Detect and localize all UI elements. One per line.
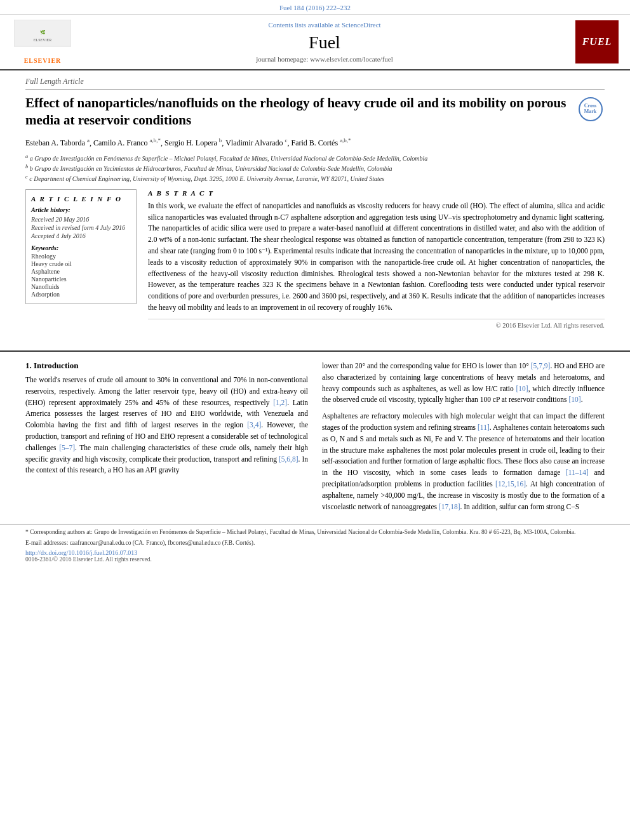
article-info-abstract: A R T I C L E I N F O Article history: R… — [25, 189, 605, 329]
article-content: Full Length Article Effect of nanopartic… — [0, 70, 630, 342]
keyword-1: Rheology — [31, 253, 131, 260]
keywords-title: Keywords: — [31, 244, 131, 251]
ref-5-6-8[interactable]: [5,6,8] — [279, 455, 298, 463]
footer: * Corresponding authors at: Grupo de Inv… — [0, 524, 630, 566]
elsevier-logo-section: 🌿 ELSEVIER ELSEVIER — [8, 20, 77, 64]
abstract-section: A B S T R A C T In this work, we evaluat… — [148, 189, 605, 329]
received-revised-date: Received in revised form 4 July 2016 — [31, 224, 131, 231]
intro-paragraph-1: The world's reserves of crude oil amount… — [25, 375, 308, 476]
introduction-title: 1. Introduction — [25, 361, 308, 371]
affiliations: a a Grupo de Investigación en Fenómenos … — [25, 153, 605, 184]
section-divider — [0, 350, 630, 352]
body-left-column: 1. Introduction The world's reserves of … — [25, 361, 308, 518]
svg-text:ELSEVIER: ELSEVIER — [34, 38, 51, 42]
ref-17-18[interactable]: [17,18] — [439, 503, 460, 510]
keyword-5: Nanofluids — [31, 283, 131, 290]
corresponding-author-note: * Corresponding authors at: Grupo de Inv… — [25, 528, 605, 537]
body-right-column: lower than 20° and the corresponding val… — [322, 361, 605, 518]
citation-bar: Fuel 184 (2016) 222–232 — [0, 0, 630, 15]
email-note: E-mail addresses: caafrancoar@unal.edu.c… — [25, 539, 605, 547]
issn-text: 0016-2361/© 2016 Elsevier Ltd. All right… — [25, 556, 605, 563]
sciencedirect-link-text[interactable]: ScienceDirect — [342, 21, 381, 29]
intro-paragraph-2: lower than 20° and the corresponding val… — [322, 361, 605, 406]
journal-homepage: journal homepage: www.elsevier.com/locat… — [256, 55, 393, 63]
fuel-logo-section: FUEL — [572, 20, 622, 64]
svg-text:🌿: 🌿 — [40, 29, 46, 35]
article-info-title: A R T I C L E I N F O — [31, 195, 131, 203]
elsevier-logo-image: 🌿 ELSEVIER — [14, 20, 71, 55]
ref-1-2[interactable]: [1,2] — [273, 399, 287, 406]
sciencedirect-label: Contents lists available at ScienceDirec… — [268, 21, 380, 29]
intro-paragraph-3: Asphaltenes are refractory molecules wit… — [322, 411, 605, 512]
ref-5-7-9[interactable]: [5,7,9] — [531, 362, 551, 370]
journal-title: Fuel — [309, 32, 340, 53]
journal-header: 🌿 ELSEVIER ELSEVIER Contents lists avail… — [0, 15, 630, 70]
ref-11a[interactable]: [11] — [478, 423, 490, 431]
article-title: Effect of nanoparticles/nanofluids on th… — [25, 95, 570, 130]
received-date: Received 20 May 2016 — [31, 216, 131, 223]
keyword-2: Heavy crude oil — [31, 260, 131, 267]
affiliation-c: c c Department of Chemical Engineering, … — [25, 173, 605, 183]
elsevier-text: ELSEVIER — [24, 57, 62, 64]
affiliation-b: b b Grupo de Investigación en Yacimiento… — [25, 163, 605, 173]
abstract-title: A B S T R A C T — [148, 189, 605, 197]
ref-10b[interactable]: [10] — [568, 396, 580, 403]
keyword-4: Nanoparticles — [31, 276, 131, 283]
affiliation-a: a a Grupo de Investigación en Fenómenos … — [25, 153, 605, 163]
fuel-logo: FUEL — [575, 20, 619, 63]
history-label: Article history: — [31, 206, 131, 213]
ref-11-14[interactable]: [11–14] — [566, 469, 589, 476]
keyword-3: Asphaltene — [31, 268, 131, 275]
ref-10a[interactable]: [10] — [516, 385, 528, 392]
citation-text: Fuel 184 (2016) 222–232 — [279, 4, 351, 11]
journal-center: Contents lists available at ScienceDirec… — [84, 20, 565, 64]
article-info: A R T I C L E I N F O Article history: R… — [25, 189, 137, 329]
page: Fuel 184 (2016) 222–232 🌿 ELSEVIER ELSEV… — [0, 0, 630, 840]
accepted-date: Accepted 4 July 2016 — [31, 232, 131, 239]
abstract-text: In this work, we evaluate the effect of … — [148, 201, 605, 314]
crossmark-badge[interactable]: CrossMark — [576, 95, 605, 121]
title-section: Effect of nanoparticles/nanofluids on th… — [25, 95, 605, 130]
ref-12-15-16[interactable]: [12,15,16] — [495, 480, 526, 488]
authors-line: Esteban A. Taborda a, Camilo A. Franco a… — [25, 136, 605, 149]
doi-link[interactable]: http://dx.doi.org/10.1016/j.fuel.2016.07… — [25, 549, 605, 556]
keyword-6: Adsorption — [31, 291, 131, 298]
ref-5-7[interactable]: [5–7] — [59, 444, 75, 451]
body-content: 1. Introduction The world's reserves of … — [0, 361, 630, 518]
copyright-notice: © 2016 Elsevier Ltd. All rights reserved… — [148, 319, 605, 329]
article-type: Full Length Article — [25, 77, 605, 90]
crossmark-icon: CrossMark — [579, 97, 603, 121]
article-info-box: A R T I C L E I N F O Article history: R… — [25, 189, 137, 304]
ref-3-4[interactable]: [3,4] — [247, 421, 261, 429]
